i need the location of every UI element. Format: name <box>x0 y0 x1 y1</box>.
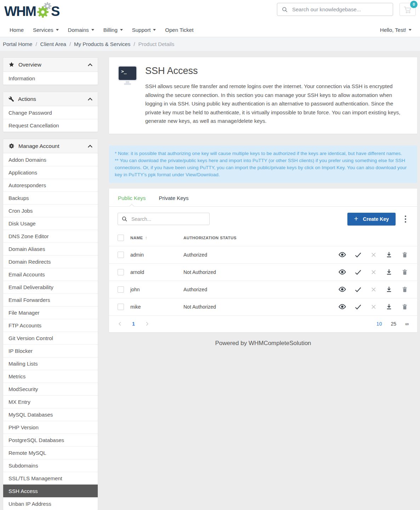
x-icon <box>370 251 377 258</box>
view-key-button[interactable] <box>338 268 346 276</box>
sidebar-item[interactable]: Autoresponders <box>3 179 98 191</box>
next-page-button[interactable] <box>144 321 149 326</box>
key-status: Not Authorized <box>183 269 338 275</box>
note-line-2: ** You can download the private/public k… <box>115 157 412 178</box>
sidebar-item[interactable]: FTP Accounts <box>3 319 98 332</box>
sidebar-item[interactable]: Request Cancellation <box>3 119 98 132</box>
trash-icon <box>401 251 408 258</box>
sidebar-item[interactable]: Mailing Lists <box>3 357 98 370</box>
sidebar-item[interactable]: PostgreSQL Databases <box>3 434 98 446</box>
authorize-key-button[interactable] <box>354 268 362 276</box>
prev-page-button[interactable] <box>118 321 123 326</box>
breadcrumb-item[interactable]: My Products & Services <box>74 41 138 47</box>
view-key-button[interactable] <box>338 303 346 311</box>
download-key-button[interactable] <box>385 251 393 259</box>
sidebar-item[interactable]: Remote MySQL <box>3 446 98 459</box>
deauthorize-key-button[interactable] <box>369 285 378 293</box>
tab[interactable]: Private Keys <box>159 195 188 206</box>
sidebar-item[interactable]: MX Entry <box>3 395 98 408</box>
nav-item[interactable]: Billing <box>99 27 127 33</box>
breadcrumb-item[interactable]: Product Details <box>138 41 174 47</box>
page-size-option[interactable]: 25 <box>391 321 396 327</box>
create-key-button[interactable]: + Create Key <box>347 213 396 225</box>
sidebar-item[interactable]: SSL/TLS Management <box>3 472 98 485</box>
row-checkbox[interactable] <box>118 304 124 310</box>
delete-key-button[interactable] <box>401 285 409 293</box>
sidebar-item[interactable]: File Manager <box>3 306 98 319</box>
authorize-key-button[interactable] <box>354 251 362 259</box>
sidebar-item[interactable]: Email Accounts <box>3 268 98 281</box>
sidebar-item[interactable]: MySQL Databases <box>3 408 98 421</box>
sidebar-item[interactable]: Email Deliverability <box>3 281 98 293</box>
breadcrumb-item[interactable]: Client Area <box>40 41 74 47</box>
sidebar-item[interactable]: Domain Redirects <box>3 255 98 268</box>
page-size-option[interactable]: ∞ <box>405 321 409 327</box>
row-checkbox[interactable] <box>118 269 124 275</box>
cart-count-badge: 0 <box>410 1 418 8</box>
sidebar-panel-actions-header[interactable]: Actions <box>3 92 98 106</box>
download-key-button[interactable] <box>385 268 393 276</box>
breadcrumb-item[interactable]: Portal Home <box>3 41 40 47</box>
page-size-option[interactable]: 10 <box>376 321 382 327</box>
table-search-input[interactable] <box>131 216 206 222</box>
sidebar-panel-manage-account-header[interactable]: Manage Account <box>3 139 98 153</box>
sort-asc-icon[interactable]: ↑ <box>145 235 147 240</box>
nav-item[interactable]: Services <box>28 27 63 33</box>
sidebar-panel-overview-header[interactable]: Overview <box>3 58 98 72</box>
row-actions <box>338 251 409 259</box>
delete-key-button[interactable] <box>401 268 409 276</box>
delete-key-button[interactable] <box>401 303 409 311</box>
sidebar-item[interactable]: Backups <box>3 191 98 204</box>
sidebar-item[interactable]: PHP Version <box>3 421 98 434</box>
sidebar-item[interactable]: Cron Jobs <box>3 204 98 217</box>
sidebar-item[interactable]: Information <box>3 72 98 85</box>
sidebar-item[interactable]: Disk Usage <box>3 217 98 230</box>
sidebar-item[interactable]: ModSecurity <box>3 383 98 395</box>
row-checkbox[interactable] <box>118 252 124 258</box>
tab[interactable]: Public Keys <box>118 195 146 206</box>
sidebar-item[interactable]: Addon Domains <box>3 153 98 166</box>
sidebar-panel-title: Actions <box>18 96 36 102</box>
deauthorize-key-button[interactable] <box>369 251 378 259</box>
nav-item[interactable]: Open Ticket <box>160 27 198 33</box>
row-checkbox[interactable] <box>118 286 124 293</box>
select-all-checkbox[interactable] <box>118 235 124 241</box>
sidebar-item[interactable]: IP Blocker <box>3 344 98 357</box>
table-body: admin Authorized <box>109 246 417 315</box>
column-name[interactable]: NAME <box>130 236 143 240</box>
nav-item-label: Support <box>132 27 151 33</box>
authorize-key-button[interactable] <box>354 285 362 293</box>
sidebar-item[interactable]: SSH Access <box>3 485 98 497</box>
deauthorize-key-button[interactable] <box>369 303 378 311</box>
toolbar-right: + Create Key <box>347 213 409 225</box>
logo-text-whm: WHM <box>4 5 36 18</box>
cart-button[interactable]: 0 <box>399 3 416 16</box>
breadcrumb-bar: Portal HomeClient AreaMy Products & Serv… <box>0 37 420 51</box>
download-key-button[interactable] <box>385 303 393 311</box>
authorize-key-button[interactable] <box>354 303 362 311</box>
sidebar-item[interactable]: Subdomains <box>3 459 98 472</box>
sidebar-item[interactable]: Git Version Control <box>3 332 98 344</box>
current-page[interactable]: 1 <box>132 321 135 327</box>
account-menu[interactable]: Hello, Test! <box>380 27 415 33</box>
deauthorize-key-button[interactable] <box>369 268 378 276</box>
sidebar-item[interactable]: Domain Aliases <box>3 242 98 255</box>
nav-item[interactable]: Home <box>5 27 28 33</box>
view-key-button[interactable] <box>338 285 346 293</box>
nav-item[interactable]: Support <box>127 27 161 33</box>
download-key-button[interactable] <box>385 285 393 293</box>
sidebar-item[interactable]: Email Forwarders <box>3 293 98 306</box>
sidebar-item[interactable]: Change Password <box>3 106 98 119</box>
delete-key-button[interactable] <box>401 251 409 259</box>
sidebar-item[interactable]: DNS Zone Editor <box>3 230 98 242</box>
column-authorization-status[interactable]: AUTHORIZATION STATUS <box>183 236 409 240</box>
whmcs-logo[interactable]: WHM <box>4 2 59 20</box>
sidebar-item[interactable]: Unban IP Address <box>3 497 98 510</box>
sidebar-item[interactable]: Applications <box>3 166 98 179</box>
nav-item[interactable]: Domains <box>63 27 99 33</box>
sidebar-item[interactable]: Metrics <box>3 370 98 383</box>
note-box: * Note: it is possible that authorizing … <box>109 145 417 183</box>
view-key-button[interactable] <box>338 251 346 259</box>
kebab-menu-button[interactable] <box>402 214 409 224</box>
knowledgebase-search-input[interactable] <box>291 6 388 13</box>
